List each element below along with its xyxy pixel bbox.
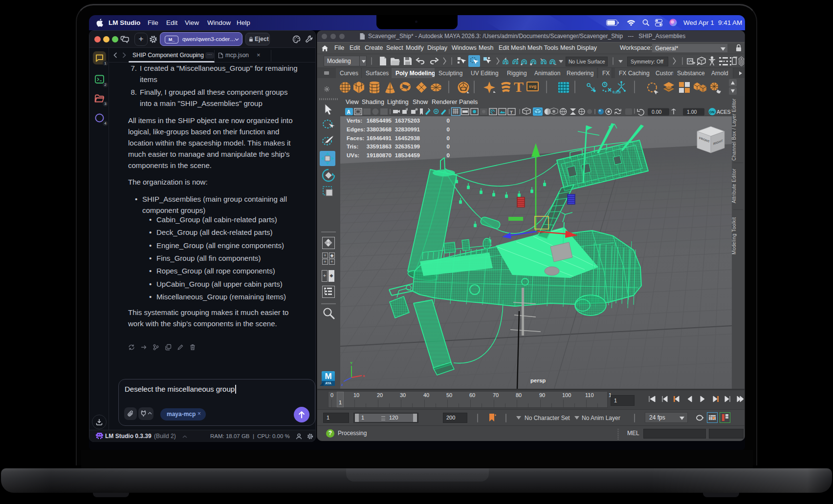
svg-text:0: 0 — [447, 118, 450, 124]
svg-text:x: x — [363, 374, 365, 378]
svg-text:16375203: 16375203 — [395, 118, 420, 124]
svg-text:18534459: 18534459 — [395, 152, 420, 158]
svg-text:z: z — [341, 382, 343, 387]
svg-text:Panels: Panels — [459, 99, 478, 105]
svg-text:0: 0 — [447, 126, 450, 132]
svg-text:0: 0 — [447, 135, 450, 141]
svg-text:33803668: 33803668 — [367, 126, 392, 132]
svg-text:0: 0 — [447, 144, 450, 149]
svg-text:33591863: 33591863 — [367, 144, 392, 149]
svg-text:ACES: ACES — [717, 109, 731, 115]
svg-text:UVs:: UVs: — [347, 152, 359, 158]
svg-text:persp: persp — [530, 378, 546, 383]
svg-text:Verts:: Verts: — [347, 118, 362, 124]
svg-text:32635199: 32635199 — [395, 144, 420, 149]
svg-text:T: T — [510, 109, 513, 115]
svg-text:View: View — [346, 99, 359, 105]
svg-text:Tris:: Tris: — [347, 144, 358, 149]
svg-text:0.00: 0.00 — [652, 109, 662, 115]
svg-text:Faces:: Faces: — [347, 135, 364, 141]
svg-text:Lighting: Lighting — [387, 99, 409, 105]
svg-text:0: 0 — [447, 152, 450, 158]
svg-text:32830991: 32830991 — [395, 126, 420, 132]
svg-text:16854495: 16854495 — [367, 118, 392, 124]
svg-text:Shading: Shading — [362, 99, 384, 105]
svg-text:Edges:: Edges: — [347, 126, 365, 132]
svg-text:Show: Show — [413, 99, 428, 105]
svg-text:19180870: 19180870 — [367, 152, 392, 158]
svg-text:ON: ON — [709, 110, 715, 114]
svg-text:16452938: 16452938 — [395, 135, 420, 141]
svg-text:16946491: 16946491 — [367, 135, 392, 141]
svg-text:1.00: 1.00 — [687, 109, 697, 115]
svg-text:A: A — [347, 109, 351, 115]
svg-text:Y: Y — [350, 361, 353, 365]
svg-text:Renderer: Renderer — [432, 99, 457, 105]
